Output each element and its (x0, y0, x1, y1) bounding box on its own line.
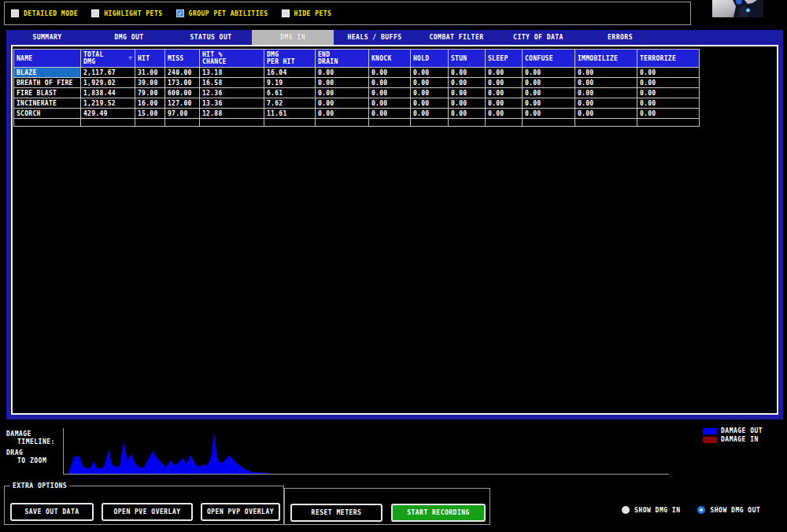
empty-cell (637, 119, 700, 127)
column-header-total-dmg[interactable]: TOTAL DMG▽ (81, 50, 135, 68)
panel-content: NAMETOTAL DMG▽HITMISSHIT % CHANCEDMG PER… (11, 45, 778, 415)
tab-city-of-data[interactable]: CITY OF DATA (497, 30, 579, 45)
tab-dmg-out[interactable]: DMG OUT (88, 30, 170, 45)
timeline-caption-line: DRAG (6, 449, 55, 457)
timeline-caption-line: TO ZOOM (17, 457, 55, 465)
cell: 7.62 (264, 98, 316, 109)
save-out-data-button[interactable]: SAVE OUT DATA (10, 503, 94, 521)
reset-meters-button[interactable]: RESET METERS (290, 504, 382, 522)
empty-cell (316, 119, 369, 127)
table-row[interactable]: INCINERATE1,219.5216.00127.0013.367.620.… (14, 98, 700, 109)
open-pvp-overlay-button[interactable]: OPEN PVP OVERLAY (201, 503, 280, 521)
checkbox-detailed-mode[interactable]: DETAILED MODE (11, 9, 78, 17)
column-header-miss[interactable]: MISS (165, 50, 200, 68)
radio-circle-icon[interactable] (697, 506, 705, 514)
column-header-confuse[interactable]: CONFUSE (523, 50, 575, 68)
cell: 0.00 (411, 109, 449, 119)
cell: 9.19 (264, 78, 316, 88)
cell: 0.00 (369, 98, 411, 109)
checkbox-label: GROUP PET ABILITIES (189, 10, 268, 17)
tab-combat-filter[interactable]: COMBAT FILTER (416, 30, 497, 45)
timeline-x-axis (63, 474, 669, 475)
checkbox-highlight-pets[interactable]: HIGHLIGHT PETS (91, 9, 162, 17)
start-recording-button[interactable]: START RECORDING (391, 504, 486, 522)
column-header-hold[interactable]: HOLD (411, 50, 449, 68)
column-header-sleep[interactable]: SLEEP (486, 50, 523, 68)
tab-heals-buffs[interactable]: HEALS / BUFFS (334, 30, 416, 45)
cell: 127.00 (165, 98, 200, 109)
main-panel: SUMMARYDMG OUTSTATUS OUTDMG INHEALS / BU… (6, 30, 783, 419)
cell: 0.00 (637, 68, 700, 78)
column-header-end-drain[interactable]: END DRAIN (316, 50, 369, 68)
cell: 0.00 (575, 98, 637, 109)
empty-cell (411, 119, 449, 127)
column-header-knock[interactable]: KNOCK (369, 50, 411, 68)
cell: 0.00 (523, 78, 575, 88)
cell: 0.00 (316, 98, 369, 109)
tab-summary[interactable]: SUMMARY (6, 30, 88, 45)
tab-status-out[interactable]: STATUS OUT (170, 30, 252, 45)
cell: 0.00 (637, 98, 700, 109)
empty-cell (200, 119, 264, 127)
table-row[interactable]: BREATH OF FIRE1,929.0239.00173.0016.589.… (14, 78, 700, 88)
column-header-stun[interactable]: STUN (449, 50, 486, 68)
table-row[interactable]: BLAZE2,117.6731.00240.0013.1816.040.000.… (14, 68, 700, 78)
empty-cell (449, 119, 486, 127)
checkbox-box-icon[interactable] (91, 9, 99, 17)
checkbox-box-icon[interactable]: ✓ (176, 9, 184, 17)
cell: 2,117.67 (81, 68, 135, 78)
options-bar: DETAILED MODEHIGHLIGHT PETS✓GROUP PET AB… (4, 2, 691, 25)
column-header-hit-chance[interactable]: HIT % CHANCE (200, 50, 264, 68)
recording-buttons: RESET METERSSTART RECORDING (290, 504, 486, 522)
cell: 173.00 (165, 78, 200, 88)
empty-cell (369, 119, 411, 127)
column-header-immobilize[interactable]: IMMOBILIZE (575, 50, 637, 68)
checkbox-hide-pets[interactable]: HIDE PETS (282, 9, 332, 17)
empty-cell (523, 119, 575, 127)
cell: 0.00 (449, 68, 486, 78)
cell: 429.49 (81, 109, 135, 119)
checkbox-group-pet-abilities[interactable]: ✓GROUP PET ABILITIES (176, 9, 268, 17)
damage-out-area-series (68, 433, 268, 474)
legend-item-damage-in: DAMAGE IN (703, 436, 763, 443)
tab-errors[interactable]: ERRORS (579, 30, 661, 45)
cell: 0.00 (369, 88, 411, 98)
column-header-terrorize[interactable]: TERRORIZE (637, 50, 700, 68)
display-mode-radios: SHOW DMG INSHOW DMG OUT (622, 506, 760, 514)
row-name-cell: BLAZE (14, 68, 81, 78)
damage-timeline-chart[interactable] (64, 428, 669, 474)
cell: 0.00 (411, 98, 449, 109)
checkbox-box-icon[interactable] (11, 9, 19, 17)
empty-cell (264, 119, 316, 127)
cell: 0.00 (637, 109, 700, 119)
table-row[interactable]: SCORCH429.4915.0097.0012.8811.610.000.00… (14, 109, 700, 119)
column-header-name[interactable]: NAME (14, 50, 81, 68)
cell: 0.00 (369, 109, 411, 119)
tab-dmg-in[interactable]: DMG IN (252, 30, 334, 45)
table-header-row: NAMETOTAL DMG▽HITMISSHIT % CHANCEDMG PER… (14, 50, 700, 68)
table-row[interactable]: FIRE BLAST1,838.4479.00600.0012.366.610.… (14, 88, 700, 98)
cell: 79.00 (135, 88, 165, 98)
radio-circle-icon[interactable] (622, 506, 630, 514)
cell: 0.00 (449, 109, 486, 119)
cell: 1,929.02 (81, 78, 135, 88)
damage-table: NAMETOTAL DMG▽HITMISSHIT % CHANCEDMG PER… (13, 49, 700, 127)
radio-show-dmg-in[interactable]: SHOW DMG IN (622, 506, 680, 514)
cell: 6.61 (264, 88, 316, 98)
cell: 12.88 (200, 109, 264, 119)
checkbox-box-icon[interactable] (282, 9, 290, 17)
legend-swatch-icon (703, 428, 717, 434)
cell: 0.00 (449, 88, 486, 98)
column-header-dmg-per-hit[interactable]: DMG PER HIT (264, 50, 316, 68)
cell: 0.00 (486, 98, 523, 109)
cell: 0.00 (575, 78, 637, 88)
empty-cell (81, 119, 135, 127)
extra-options-buttons: SAVE OUT DATAOPEN PVE OVERLAYOPEN PVP OV… (10, 503, 280, 521)
cell: 0.00 (486, 88, 523, 98)
radio-show-dmg-out[interactable]: SHOW DMG OUT (697, 506, 760, 514)
character-portrait (712, 0, 763, 17)
column-header-hit[interactable]: HIT (135, 50, 165, 68)
open-pve-overlay-button[interactable]: OPEN PVE OVERLAY (102, 503, 193, 521)
recording-group: RESET METERSSTART RECORDING (284, 488, 490, 525)
legend-label: DAMAGE OUT (721, 427, 763, 434)
